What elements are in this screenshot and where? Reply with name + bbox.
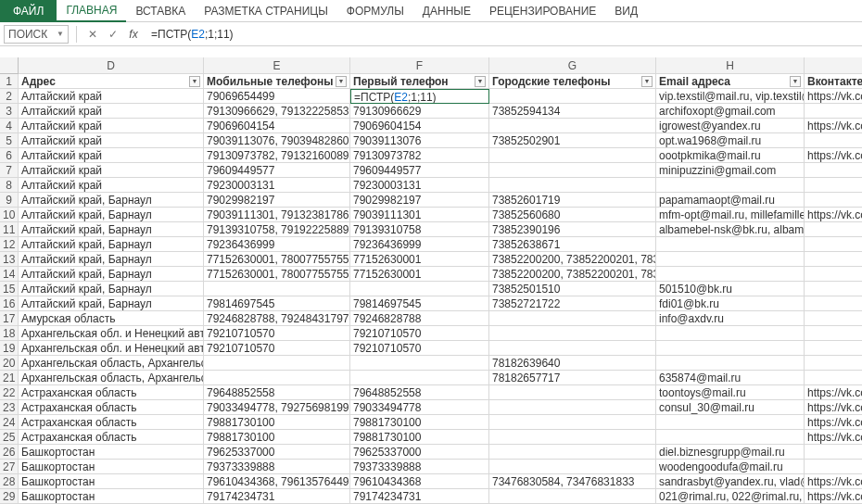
cell[interactable]: 021@rimal.ru, 022@rimal.ru, 02 (656, 489, 805, 504)
col-header-G[interactable]: G (489, 57, 656, 74)
cell[interactable]: 73852638671 (489, 237, 656, 252)
cell[interactable]: Архангельская обл. и Ненецкий автоно (19, 341, 204, 356)
cell[interactable]: 79610434368 (350, 474, 489, 489)
cell[interactable]: 79814697545 (204, 296, 350, 311)
cell[interactable]: Башкортостан (19, 474, 204, 489)
row-header[interactable]: 16 (0, 296, 19, 311)
cell[interactable]: https://vk.com/em (805, 208, 862, 222)
cell[interactable]: 73852560680 (489, 208, 656, 222)
cell[interactable]: 79230003131 (350, 178, 489, 193)
cell[interactable]: Башкортостан (19, 445, 204, 460)
cancel-icon[interactable]: ✕ (84, 26, 101, 43)
cell[interactable] (805, 133, 862, 148)
table-header-H[interactable]: Email адреса▼ (656, 74, 805, 89)
cell[interactable]: 79210710570 (204, 341, 350, 356)
cell[interactable]: papamamaopt@mail.ru (656, 193, 805, 208)
cell[interactable]: sandrasbyt@yandex.ru, vlad@h (656, 474, 805, 489)
cell[interactable]: Алтайский край, Барнаул (19, 296, 204, 311)
cell[interactable] (805, 311, 862, 326)
cell[interactable]: 73852390196 (489, 222, 656, 237)
cell[interactable] (204, 356, 350, 371)
cell[interactable]: 501510@bk.ru (656, 282, 805, 296)
cell[interactable]: archifoxopt@gmail.com (656, 104, 805, 119)
cell[interactable] (805, 341, 862, 356)
cell[interactable]: opt.wa1968@mail.ru (656, 133, 805, 148)
cell[interactable]: Алтайский край, Барнаул (19, 193, 204, 208)
cell[interactable]: 79039111301, 79132381786, 7961 (204, 208, 350, 222)
cell[interactable]: 79246828788, 79248431797 (204, 311, 350, 326)
cell[interactable] (656, 252, 805, 267)
cell[interactable]: 79039111301 (350, 208, 489, 222)
cell[interactable]: 79881730100 (350, 415, 489, 430)
cell[interactable]: Алтайский край (19, 178, 204, 193)
cell[interactable]: Амурская область (19, 311, 204, 326)
spreadsheet-grid[interactable]: DEFGHI1Адрес▼Мобильные телефоны▼Первый т… (0, 57, 862, 504)
cell[interactable]: info@axdv.ru (656, 311, 805, 326)
cell[interactable]: Алтайский край (19, 148, 204, 163)
cell[interactable]: Алтайский край, Барнаул (19, 267, 204, 282)
col-header-F[interactable]: F (350, 57, 489, 74)
cell[interactable] (805, 267, 862, 282)
cell[interactable]: consul_30@mail.ru (656, 400, 805, 415)
cell[interactable]: 79625337000 (350, 445, 489, 460)
cell[interactable]: 79139310758 (350, 222, 489, 237)
cell[interactable] (805, 222, 862, 237)
cell[interactable]: 79029982197 (350, 193, 489, 208)
cell[interactable] (489, 119, 656, 133)
cell[interactable]: 79130973782, 79132160089, 7913 (204, 148, 350, 163)
cell[interactable]: Алтайский край (19, 163, 204, 178)
cell[interactable]: Астраханская область (19, 385, 204, 400)
ribbon-tab-review[interactable]: РЕЦЕНЗИРОВАНИЕ (480, 0, 605, 22)
filter-dropdown-icon[interactable]: ▼ (336, 76, 347, 87)
cell[interactable]: igrowest@yandex.ru (656, 119, 805, 133)
cell[interactable]: 73852502901 (489, 133, 656, 148)
col-header-E[interactable]: E (204, 57, 350, 74)
cell[interactable]: woodengoodufa@mail.ru (656, 460, 805, 474)
cell[interactable]: oootpkmika@mail.ru (656, 148, 805, 163)
row-header[interactable]: 5 (0, 133, 19, 148)
row-header[interactable]: 20 (0, 356, 19, 371)
active-cell[interactable]: =ПСТР(E2;1;11) (350, 89, 489, 104)
cell[interactable] (489, 148, 656, 163)
table-header-E[interactable]: Мобильные телефоны▼ (204, 74, 350, 89)
cell[interactable]: 79039113076 (350, 133, 489, 148)
row-header[interactable]: 17 (0, 311, 19, 326)
cell[interactable] (489, 163, 656, 178)
cell[interactable]: 79174234731 (204, 489, 350, 504)
cell[interactable] (656, 326, 805, 341)
filter-dropdown-icon[interactable]: ▼ (475, 76, 486, 87)
cell[interactable]: 79610434368, 79613576449 (204, 474, 350, 489)
row-header[interactable]: 2 (0, 89, 19, 104)
cell[interactable]: https://vk.com/clul (805, 474, 862, 489)
ribbon-tab-home[interactable]: ГЛАВНАЯ (57, 0, 126, 22)
cell[interactable]: https://vk.com/rijii (805, 415, 862, 430)
cell[interactable]: 73852601719 (489, 193, 656, 208)
cell[interactable]: https://vk.com/clul (805, 385, 862, 400)
ribbon-tab-view[interactable]: ВИД (605, 0, 647, 22)
cell[interactable] (489, 178, 656, 193)
cell[interactable]: 79648852558 (204, 385, 350, 400)
cell[interactable] (489, 326, 656, 341)
row-header[interactable]: 28 (0, 474, 19, 489)
row-header[interactable]: 23 (0, 400, 19, 415)
cell[interactable]: 73852594134 (489, 104, 656, 119)
cell[interactable]: https://vk.com/pub (805, 400, 862, 415)
cell[interactable]: Алтайский край, Барнаул (19, 282, 204, 296)
cell[interactable] (805, 104, 862, 119)
cell[interactable]: Башкортостан (19, 489, 204, 504)
table-header-G[interactable]: Городские телефоны▼ (489, 74, 656, 89)
cell[interactable] (656, 430, 805, 445)
cell[interactable]: https://vk.com/opt (805, 89, 862, 104)
cell[interactable]: mfm-opt@mail.ru, millefamille (656, 208, 805, 222)
cell[interactable] (204, 371, 350, 385)
cell[interactable]: 79130966629, 79132225853 (204, 104, 350, 119)
cell[interactable]: 79609449577 (350, 163, 489, 178)
row-header[interactable]: 11 (0, 222, 19, 237)
ribbon-tab-pagelayout[interactable]: РАЗМЕТКА СТРАНИЦЫ (195, 0, 337, 22)
col-header-H[interactable]: H (656, 57, 805, 74)
name-box[interactable]: ПОИСК ▼ (4, 25, 69, 44)
cell[interactable]: 79236436999 (204, 237, 350, 252)
ribbon-tab-data[interactable]: ДАННЫЕ (413, 0, 480, 22)
cell[interactable]: 79069604154 (350, 119, 489, 133)
cell[interactable]: Алтайский край (19, 89, 204, 104)
